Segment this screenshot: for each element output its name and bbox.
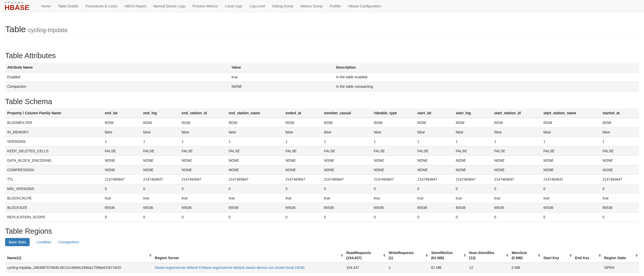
region-storefile-size-cell: 61 MB bbox=[429, 263, 467, 272]
schema-value-cell: 1 bbox=[180, 137, 226, 146]
nav-link-hbck-report[interactable]: HBCK Report bbox=[121, 0, 150, 12]
sort-icon[interactable] bbox=[464, 254, 466, 257]
regions-column-label: Region Server bbox=[155, 255, 342, 260]
schema-value-cell: true bbox=[600, 194, 639, 203]
regions-column-header-writerequests[interactable]: WriteRequests(1) bbox=[387, 248, 429, 263]
table-attributes-heading: Table Attributes bbox=[5, 52, 639, 60]
nav-link-process-metrics[interactable]: Process Metrics bbox=[189, 0, 222, 12]
attributes-table: Attribute NameValueDescription Enabledtr… bbox=[5, 63, 639, 91]
schema-value-cell: 65536 bbox=[283, 203, 322, 212]
nav-link-table-details[interactable]: Table Details bbox=[54, 0, 82, 12]
schema-value-cell: FALSE bbox=[600, 146, 639, 156]
regions-table-body: cycling-tripdata,,1663687070640.06131c80… bbox=[5, 263, 639, 272]
sort-icon[interactable] bbox=[599, 254, 601, 257]
nav-link-hbase-configuration[interactable]: HBase Configuration bbox=[344, 0, 385, 12]
schema-property-cell: BLOOMFILTER bbox=[5, 118, 103, 128]
schema-family-header-end-lat: end_lat bbox=[103, 108, 141, 118]
schema-family-header-end-lng: end_lng bbox=[141, 108, 180, 118]
sort-icon[interactable] bbox=[383, 254, 385, 257]
schema-family-header-end-station-name: end_station_name bbox=[226, 108, 283, 118]
schema-value-cell: 2147483647 bbox=[322, 175, 372, 184]
schema-family-header-end-station-id: end_station_id bbox=[180, 108, 226, 118]
regions-column-header-region-server[interactable]: Region Server bbox=[153, 248, 344, 263]
schema-family-header-start-lng: start_lng bbox=[454, 108, 492, 118]
nav-link-profiler[interactable]: Profiler bbox=[326, 0, 344, 12]
nav-item-hbase-configuration: HBase Configuration bbox=[344, 0, 385, 12]
tab-localities[interactable]: Localities bbox=[37, 240, 51, 244]
schema-value-cell: true bbox=[322, 194, 372, 203]
schema-value-cell: true bbox=[103, 194, 141, 203]
schema-value-cell: FALSE bbox=[103, 146, 141, 156]
schema-value-cell: true bbox=[283, 194, 322, 203]
nav-link-metrics-dump[interactable]: Metrics Dump bbox=[297, 0, 326, 12]
table-name: cycling-tripdata bbox=[28, 27, 67, 33]
schema-family-header-start-station-id: start_station_id bbox=[492, 108, 541, 118]
schema-value-cell: 1 bbox=[141, 137, 180, 146]
schema-value-cell: ROW bbox=[415, 118, 454, 128]
schema-value-cell: FALSE bbox=[415, 146, 454, 156]
nav-link-local-logs[interactable]: Local Logs bbox=[222, 0, 246, 12]
sort-down-arrow bbox=[341, 256, 343, 257]
schema-row-min-versions: MIN_VERSIONS000000000000 bbox=[5, 184, 639, 194]
tab-base-stats[interactable]: Base Stats bbox=[5, 238, 30, 246]
sort-icon[interactable] bbox=[341, 254, 343, 257]
tab-compactions[interactable]: Compactions bbox=[58, 240, 79, 244]
regions-column-header-name-1[interactable]: Name(1) bbox=[5, 248, 153, 263]
sort-icon[interactable] bbox=[636, 254, 638, 257]
schema-value-cell: 0 bbox=[541, 212, 600, 222]
regions-column-sublabel: (12) bbox=[469, 255, 507, 260]
regions-column-header-end-key[interactable]: End Key bbox=[573, 248, 602, 263]
schema-value-cell: 0 bbox=[454, 212, 492, 222]
schema-value-cell: false bbox=[372, 128, 415, 137]
regions-column-label: WriteRequests bbox=[389, 250, 427, 255]
regions-column-header-start-key[interactable]: Start Key bbox=[541, 248, 573, 263]
schema-value-cell: NONE bbox=[322, 165, 372, 175]
schema-value-cell: 65536 bbox=[141, 203, 180, 212]
schema-table-head: Property \ Column Family Nameend_latend_… bbox=[5, 108, 639, 118]
sort-down-arrow bbox=[538, 256, 540, 257]
schema-table: Property \ Column Family Nameend_latend_… bbox=[5, 108, 639, 222]
nav-link-named-queue-logs[interactable]: Named Queue Logs bbox=[150, 0, 189, 12]
schema-value-cell: 0 bbox=[103, 212, 141, 222]
sort-icon[interactable] bbox=[426, 254, 428, 257]
regions-column-header-readrequests[interactable]: ReadRequests(154,437) bbox=[344, 248, 387, 263]
nav-link-home[interactable]: Home bbox=[38, 0, 54, 12]
schema-value-cell: ROW bbox=[372, 118, 415, 128]
schema-property-cell: BLOCKCACHE bbox=[5, 194, 103, 203]
schema-value-cell: NONE bbox=[492, 165, 541, 175]
table-schema-heading: Table Schema bbox=[5, 97, 639, 106]
hbase-logo[interactable]: APACHE HBASE bbox=[0, 0, 32, 12]
schema-value-cell: true bbox=[180, 194, 226, 203]
schema-value-cell: NONE bbox=[454, 165, 492, 175]
schema-value-cell: false bbox=[283, 128, 322, 137]
schema-family-header-ended-at: ended_at bbox=[283, 108, 322, 118]
nav-link-procedures-locks[interactable]: Procedures & Locks bbox=[82, 0, 121, 12]
schema-row-in-memory: IN_MEMORYfalsefalsefalsefalsefalsefalsef… bbox=[5, 128, 639, 137]
schema-value-cell: false bbox=[141, 128, 180, 137]
schema-value-cell: NONE bbox=[226, 156, 283, 165]
sort-icon[interactable] bbox=[506, 254, 508, 257]
schema-value-cell: ROW bbox=[454, 118, 492, 128]
region-server-link[interactable]: hbase-regionserver-default-0.hbase-regio… bbox=[155, 266, 304, 270]
regions-column-header-region-state[interactable]: Region State bbox=[602, 248, 639, 263]
schema-value-cell: ROW bbox=[226, 118, 283, 128]
schema-value-cell: NONE bbox=[600, 165, 639, 175]
top-navbar: APACHE HBASE HomeTable DetailsProcedures… bbox=[0, 0, 644, 12]
schema-row-versions: VERSIONS111111111111 bbox=[5, 137, 639, 146]
regions-column-header-memsize[interactable]: MemSize(0 MB) bbox=[510, 248, 541, 263]
regions-column-header-num-storefiles[interactable]: Num.Storefiles(12) bbox=[467, 248, 509, 263]
schema-row-bloomfilter: BLOOMFILTERROWROWROWROWROWROWROWROWROWRO… bbox=[5, 118, 639, 128]
schema-value-cell: NONE bbox=[541, 165, 600, 175]
nav-link-log-level[interactable]: Log Level bbox=[246, 0, 269, 12]
region-mem-size-cell: 0 MB bbox=[510, 263, 541, 272]
regions-column-header-storefilesize[interactable]: StorefileSize(61 MB) bbox=[429, 248, 467, 263]
sort-icon[interactable] bbox=[538, 254, 540, 257]
nav-link-debug-dump[interactable]: Debug Dump bbox=[269, 0, 297, 12]
schema-value-cell: 65536 bbox=[322, 203, 372, 212]
attribute-row-compaction: CompactionNONEIs the table compacting bbox=[5, 82, 639, 91]
table-schema-section: Table Schema Property \ Column Family Na… bbox=[5, 97, 639, 222]
schema-family-header-rideable-type: rideable_type bbox=[372, 108, 415, 118]
sort-icon[interactable] bbox=[149, 254, 151, 257]
sort-icon[interactable] bbox=[570, 254, 572, 257]
schema-value-cell: ROW bbox=[141, 118, 180, 128]
